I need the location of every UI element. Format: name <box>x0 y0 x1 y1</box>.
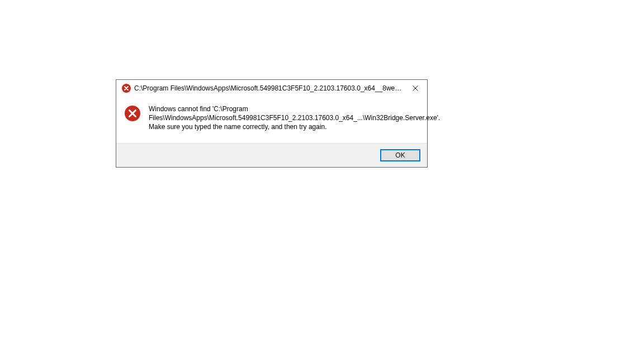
close-button[interactable] <box>407 83 424 94</box>
title-error-icon <box>122 84 131 93</box>
error-dialog: C:\Program Files\WindowsApps\Microsoft.5… <box>116 79 428 168</box>
titlebar: C:\Program Files\WindowsApps\Microsoft.5… <box>116 80 427 97</box>
dialog-message: Windows cannot find 'C:\Program Files\Wi… <box>149 104 440 132</box>
close-icon <box>413 85 418 91</box>
dialog-content: Windows cannot find 'C:\Program Files\Wi… <box>116 97 427 143</box>
button-bar: OK <box>116 143 427 167</box>
content-error-icon <box>124 105 141 122</box>
ok-button[interactable]: OK <box>380 149 420 161</box>
dialog-title: C:\Program Files\WindowsApps\Microsoft.5… <box>134 84 404 92</box>
